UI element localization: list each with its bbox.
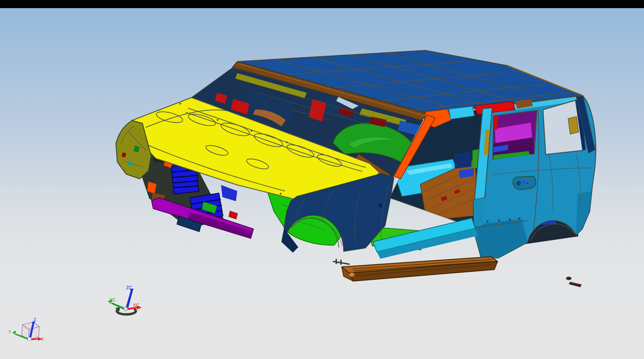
graphics-viewport[interactable]: ZC YC XC Z Y X — [0, 8, 644, 359]
fender-hole — [378, 204, 382, 208]
debris-small[interactable] — [566, 277, 571, 280]
interior-red-sliver — [494, 115, 498, 130]
wcs-y-label: YC — [109, 297, 116, 302]
debris-bar[interactable] — [569, 282, 582, 287]
handle-glint — [526, 182, 528, 184]
grille-side-blue — [221, 185, 237, 201]
loose-parts[interactable] — [566, 277, 582, 287]
brass-bracket — [568, 117, 579, 134]
car-body-model[interactable] — [116, 50, 596, 281]
csys-origin-ball[interactable] — [28, 337, 32, 341]
wcs-x-label: XC — [133, 302, 139, 308]
csys-x-label: X — [41, 337, 44, 342]
wcs-z-axis[interactable] — [125, 289, 134, 310]
wcs-z-label: ZC — [126, 285, 133, 290]
wcs-origin-ball[interactable] — [124, 307, 128, 311]
rear-door-window — [493, 110, 537, 159]
debris-red-dot — [576, 283, 577, 285]
rocker-step[interactable] — [334, 257, 498, 281]
debris-red-dot — [573, 283, 574, 284]
csys-y-label: Y — [8, 329, 11, 334]
step-corner-glint — [349, 273, 355, 277]
body-side-panel[interactable] — [473, 96, 596, 259]
handle-bezel — [516, 181, 521, 186]
front-red-part — [228, 211, 238, 219]
cad-canvas[interactable]: ZC YC XC Z Y X — [0, 8, 644, 359]
datum-csys[interactable]: Z Y X — [8, 317, 44, 342]
step-rod — [334, 259, 349, 264]
window-title-bar — [0, 0, 644, 8]
csys-z-label: Z — [34, 317, 36, 322]
wcs-triad[interactable]: ZC YC XC — [108, 285, 142, 314]
handle-glint — [522, 181, 525, 184]
interior-navy-box — [454, 152, 472, 169]
door-handle-recess[interactable] — [513, 176, 536, 190]
